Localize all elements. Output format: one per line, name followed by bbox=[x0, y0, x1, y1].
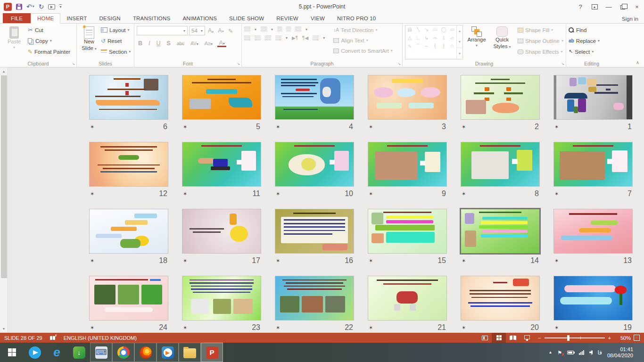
powerpoint-app-icon[interactable]: P bbox=[4, 3, 12, 11]
shape-cell-icon[interactable]: ╲ bbox=[414, 25, 422, 34]
quick-styles-button[interactable]: Quick Styles ▾ bbox=[490, 25, 514, 59]
scroll-down-arrow[interactable]: ▼ bbox=[0, 325, 8, 333]
numbering-button[interactable] bbox=[261, 27, 267, 32]
replace-button[interactable]: abReplace▾ bbox=[569, 36, 600, 46]
transition-star-icon[interactable]: ✶ bbox=[554, 325, 559, 331]
customize-qat-dropdown[interactable]: ▾ bbox=[59, 4, 61, 9]
transition-star-icon[interactable]: ✶ bbox=[554, 191, 559, 197]
tab-view[interactable]: VIEW bbox=[305, 13, 331, 23]
slide-thumbnail-21[interactable] bbox=[368, 276, 447, 321]
shape-cell-icon[interactable]: ◯ bbox=[439, 25, 448, 34]
taskbar-app-on-screen-keyboard[interactable]: ⌨ bbox=[90, 343, 112, 362]
strikethrough-button[interactable]: abc bbox=[175, 41, 186, 46]
decrease-indent-button[interactable] bbox=[277, 27, 282, 32]
tab-home[interactable]: HOME bbox=[31, 13, 60, 24]
input-language-indicator[interactable]: فا bbox=[598, 349, 602, 356]
slide-thumbnail-14[interactable] bbox=[461, 209, 540, 254]
shape-cell-icon[interactable]: ▱ bbox=[448, 34, 456, 42]
transition-star-icon[interactable]: ✶ bbox=[276, 191, 280, 197]
paste-button[interactable]: Paste▾ bbox=[2, 25, 26, 59]
collapse-ribbon-button[interactable]: ∧ bbox=[636, 60, 639, 65]
layout-button[interactable]: Layout▾ bbox=[101, 25, 131, 35]
network-signal-icon[interactable] bbox=[579, 350, 584, 355]
transition-star-icon[interactable]: ✶ bbox=[183, 124, 187, 130]
action-center-icon[interactable]: ⚑✗ bbox=[557, 349, 562, 356]
start-button[interactable] bbox=[0, 343, 24, 362]
shape-cell-icon[interactable]: ⇨ bbox=[431, 34, 439, 42]
sign-in-link[interactable]: Sign in bbox=[622, 16, 638, 22]
taskbar-app-telegram[interactable] bbox=[24, 343, 46, 362]
shrink-font-button[interactable]: A▾ bbox=[216, 27, 225, 34]
align-text-button[interactable]: Align Text▾ bbox=[333, 35, 393, 45]
tab-file[interactable]: FILE bbox=[3, 13, 31, 23]
transition-star-icon[interactable]: ✶ bbox=[276, 124, 280, 130]
drawing-dialog-launcher[interactable]: ↘ bbox=[561, 62, 564, 66]
transition-star-icon[interactable]: ✶ bbox=[90, 124, 94, 130]
slide-thumbnail-6[interactable] bbox=[89, 75, 168, 120]
slide-thumbnail-11[interactable] bbox=[182, 142, 261, 187]
text-shadow-button[interactable]: S bbox=[165, 40, 172, 47]
copy-button[interactable]: Copy▾ bbox=[28, 36, 70, 46]
line-spacing-button[interactable] bbox=[295, 27, 301, 32]
shape-cell-icon[interactable]: ⌒ bbox=[414, 42, 422, 50]
shapes-gallery-scroll[interactable]: ▲▼▼ bbox=[456, 25, 462, 59]
slide-thumbnail-17[interactable] bbox=[182, 209, 261, 254]
slide-thumbnail-20[interactable] bbox=[461, 276, 540, 321]
restore-button[interactable] bbox=[616, 0, 630, 13]
change-case-button[interactable]: Aa▾ bbox=[203, 41, 214, 46]
taskbar-app-chrome[interactable] bbox=[112, 343, 134, 362]
slide-thumbnail-4[interactable] bbox=[275, 75, 354, 120]
convert-to-smartart-button[interactable]: Convert to SmartArt▾ bbox=[333, 46, 393, 56]
clipboard-dialog-launcher[interactable]: ↘ bbox=[72, 62, 75, 66]
taskbar-app-firefox[interactable] bbox=[134, 343, 157, 362]
shape-cell-icon[interactable]: △ bbox=[405, 34, 414, 42]
transition-star-icon[interactable]: ✶ bbox=[369, 124, 373, 130]
bullets-button[interactable] bbox=[244, 27, 250, 32]
shape-fill-button[interactable]: Shape Fill▾ bbox=[518, 25, 563, 35]
vertical-scrollbar[interactable]: ▲ ▼ bbox=[0, 67, 8, 333]
tab-insert[interactable]: INSERT bbox=[60, 13, 93, 23]
transition-star-icon[interactable]: ✶ bbox=[462, 191, 466, 197]
clear-formatting-button[interactable]: ✎ bbox=[227, 27, 234, 34]
transition-star-icon[interactable]: ✶ bbox=[90, 258, 94, 264]
cut-button[interactable]: ✂Cut bbox=[28, 25, 70, 35]
scroll-up-arrow[interactable]: ▲ bbox=[0, 67, 8, 75]
arrange-button[interactable]: Arrange▾ bbox=[465, 25, 488, 59]
transition-star-icon[interactable]: ✶ bbox=[276, 325, 280, 331]
transition-star-icon[interactable]: ✶ bbox=[369, 191, 373, 197]
shape-cell-icon[interactable]: ∼ bbox=[422, 42, 431, 50]
select-button[interactable]: ↖Select▾ bbox=[569, 47, 600, 57]
tab-slide-show[interactable]: SLIDE SHOW bbox=[223, 13, 270, 23]
tab-design[interactable]: DESIGN bbox=[93, 13, 127, 23]
slide-thumbnail-1[interactable] bbox=[553, 75, 633, 120]
spell-check-icon[interactable]: ✗ bbox=[50, 335, 56, 340]
normal-view-button[interactable] bbox=[478, 333, 492, 343]
help-button[interactable]: ? bbox=[573, 0, 587, 13]
slide-thumbnail-5[interactable] bbox=[182, 75, 261, 120]
align-right-button[interactable] bbox=[265, 36, 271, 41]
underline-button[interactable]: U bbox=[155, 40, 162, 47]
tab-animations[interactable]: ANIMATIONS bbox=[176, 13, 223, 23]
taskbar-app-file-explorer[interactable] bbox=[179, 343, 201, 362]
align-left-button[interactable] bbox=[244, 36, 250, 41]
align-center-button[interactable] bbox=[255, 36, 261, 41]
find-button[interactable]: Find bbox=[569, 25, 600, 35]
ribbon-display-options-button[interactable]: ▲ bbox=[587, 0, 602, 13]
zoom-in-button[interactable]: + bbox=[608, 335, 611, 341]
slide-thumbnail-12[interactable] bbox=[89, 142, 168, 187]
battery-icon[interactable] bbox=[567, 351, 574, 354]
transition-star-icon[interactable]: ✶ bbox=[183, 258, 187, 264]
undo-dropdown-icon[interactable]: ▾ bbox=[33, 5, 34, 8]
slide-thumbnail-24[interactable] bbox=[89, 276, 168, 321]
transition-star-icon[interactable]: ✶ bbox=[183, 325, 187, 331]
close-button[interactable]: × bbox=[630, 0, 644, 13]
shape-cell-icon[interactable]: ⇩ bbox=[439, 34, 448, 42]
italic-button[interactable]: I bbox=[147, 40, 151, 47]
shape-cell-icon[interactable]: ▭ bbox=[448, 25, 456, 34]
redo-button[interactable]: ↻ bbox=[39, 3, 44, 10]
slide-show-button[interactable] bbox=[520, 333, 534, 343]
slide-thumbnail-13[interactable] bbox=[553, 209, 633, 254]
font-name-combo[interactable]: ▾ bbox=[137, 26, 188, 35]
shape-effects-button[interactable]: Shape Effects▾ bbox=[518, 47, 563, 57]
slide-thumbnail-2[interactable] bbox=[461, 75, 540, 120]
